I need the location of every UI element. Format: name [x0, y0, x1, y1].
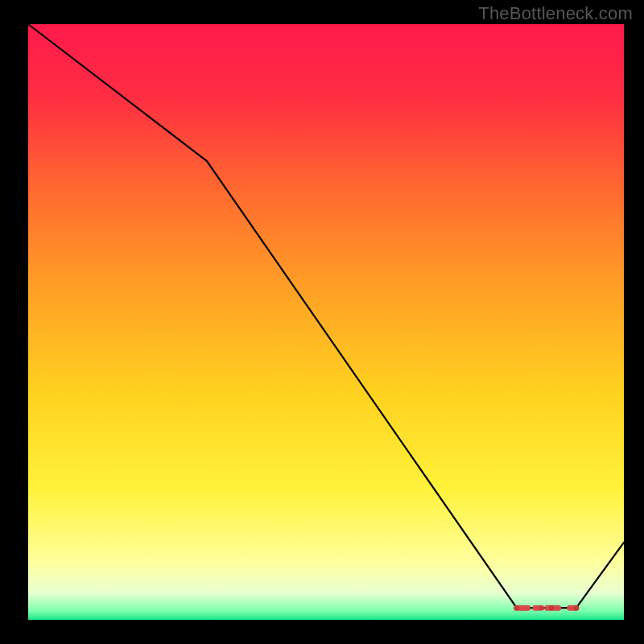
svg-point-3 — [549, 605, 555, 611]
plot-background — [28, 24, 624, 620]
watermark-text: TheBottleneck.com — [478, 3, 633, 24]
svg-point-4 — [574, 605, 580, 611]
svg-point-2 — [539, 605, 545, 611]
svg-point-1 — [514, 605, 520, 611]
trough-marker — [514, 605, 580, 611]
chart-canvas — [0, 0, 644, 644]
chart-frame: TheBottleneck.com — [0, 0, 644, 644]
